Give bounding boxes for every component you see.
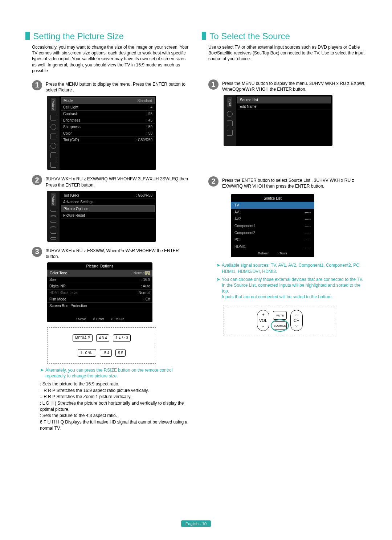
right-title: To Select the Source [209, 32, 290, 41]
left-heading: Setting the Picture Size [25, 32, 190, 41]
osd-source-list: Soutce List TV AV1----- AV2----- Compone… [231, 194, 314, 257]
note: ➤ You can choose only those external dev… [216, 277, 367, 300]
right-intro: Use to select TV or other external input… [208, 44, 367, 62]
osd-row: Contrast: 95 [61, 111, 155, 117]
heading-accent [202, 32, 206, 40]
osd-row: Digital NR: Auto [47, 283, 152, 290]
circle-icon [50, 215, 56, 217]
osd-row: Color Tone: Normaly [47, 270, 152, 277]
right-notes: ➤ Available signal sources: TV, AV1, AV2… [216, 262, 367, 300]
osd-row: Source List [237, 97, 331, 103]
heading-accent [25, 32, 30, 40]
src-row: AV2----- [231, 216, 314, 222]
osd-row: Cell Light: 4 [61, 104, 155, 111]
src-row: PC----- [231, 236, 314, 243]
left-step-3: 3 3UHVV WKH x RU z ESXWW, WhemPreWsR VHO… [32, 247, 190, 259]
app-icon [50, 237, 56, 239]
osd-title: Picture Options [47, 262, 152, 270]
chevron-up-icon: ︿ [295, 312, 299, 317]
size-spec-list: : Sets the picture to the 16:9 aspect ra… [40, 381, 190, 431]
osd-row: Brightness: 45 [61, 117, 155, 124]
note: ➤ Alternately, you can press the P.SIZE … [40, 367, 190, 379]
expand-icon: y [145, 271, 150, 275]
osd-row: Size: 16:9 [47, 277, 152, 283]
osd-picture-options: Picture Options Color Tone: Normaly Size… [47, 262, 152, 322]
osd-row: Tint (G/R): G50/R50 [61, 137, 155, 143]
left-step-1: 1 Press the MENU button to display the m… [32, 80, 190, 93]
plus-icon: ＋ [261, 312, 265, 317]
spec-line: : Sets the picture to the 16:9 aspect ra… [40, 381, 190, 387]
tools-hint: ⌂ Tools [277, 251, 287, 255]
spec-line: 6 F U H H Q Displays the full native HD … [40, 419, 190, 432]
col-right: To Select the Source Use to select TV or… [202, 32, 367, 432]
osd-footer: ↕ Move ⏎ Enter ↩ Return [47, 316, 152, 322]
src-row: TV [231, 202, 314, 209]
ch-label: CH [294, 318, 299, 323]
osd-row: Edit Name [237, 103, 331, 110]
speaker-icon [50, 134, 56, 139]
remote-diagram-source: ＋ VOL － MUTE SOURCE ︿ CH ﹀ [224, 305, 336, 336]
osd-input: Input Source List Edit Name [224, 95, 332, 146]
right-step2-text: Press the ENTER button to select Source … [222, 176, 367, 189]
note-arrow-icon: ➤ [216, 277, 220, 300]
spec-line: = R R P Stretches the Zoom 1 picture ver… [40, 394, 190, 400]
page-columns: Setting the Picture Size Occasionally, y… [25, 32, 367, 432]
chevron-down-icon: ﹀ [295, 324, 299, 329]
remote-button: 1 . 0 % . [78, 349, 96, 357]
right-step1-text: Press the MENU button to display the men… [222, 79, 367, 92]
right-step-1: 1 Press the MENU button to display the m… [208, 79, 367, 92]
left-notes: ➤ Alternately, you can press the P.SIZE … [40, 367, 190, 379]
left-title: Setting the Picture Size [33, 32, 123, 41]
step-badge-2: 2 [32, 175, 42, 185]
remote-button: MEDIA.P [73, 334, 93, 342]
src-row: Component1----- [231, 222, 314, 229]
osd-picture-1: Picture Mode:Standard Cell Light: 4 Cont… [47, 96, 156, 170]
ch-rocker-body: ︿ CH ﹀ [290, 310, 303, 331]
osd-row: Sharpness: 50 [61, 124, 155, 130]
source-button: SOURCE [273, 321, 287, 330]
src-row: AV1----- [231, 209, 314, 216]
note: ➤ Available signal sources: TV, AV1, AV2… [216, 262, 367, 274]
osd-row: Screen Burn Protection [47, 303, 152, 309]
right-step-2: 2 Press the ENTER button to select Sourc… [208, 176, 367, 189]
osd-row: Tint (G/R): G50/R50 [61, 192, 155, 199]
note-text: Alternately, you can press the P.SIZE bu… [45, 367, 190, 379]
gear-icon [50, 226, 56, 228]
gear-icon [227, 111, 233, 117]
app-icon [50, 162, 56, 168]
step-badge-2: 2 [208, 176, 219, 187]
refresh-hint: Refresh [258, 251, 270, 255]
ch-rocker: ︿ CH ﹀ [290, 310, 303, 331]
remote-button: 4 3 4 [96, 334, 109, 342]
note-text: You can choose only those external devic… [222, 277, 367, 300]
step-badge-1: 1 [208, 79, 219, 90]
mute-button: MUTE [273, 311, 287, 320]
osd-sidebar: Picture [47, 96, 60, 170]
osd-side-label: Input [227, 97, 232, 107]
step-badge-3: 3 [32, 247, 42, 257]
right-heading: To Select the Source [202, 32, 367, 41]
remote-button: 1 4 * : 3 [113, 334, 130, 342]
left-step-2: 2 3UHVV WKH x RU z EXWWRQ WR VHOHFW 3LFW… [32, 175, 190, 188]
page-footer: English - 10 [181, 520, 211, 527]
osd-row: Film Mode: Off [47, 296, 152, 303]
src-row: Component2----- [231, 229, 314, 236]
osd-footer: Refresh ⌂ Tools [231, 250, 314, 255]
tv-icon [50, 115, 56, 120]
input-icon [50, 232, 56, 234]
vol-rocker-body: ＋ VOL － [257, 310, 269, 331]
osd-sidebar: Picture [47, 191, 60, 242]
circle-icon [50, 124, 56, 130]
osd-body: Tint (G/R): G50/R50 Advanced Settings Pi… [60, 191, 156, 242]
col-left: Setting the Picture Size Occasionally, y… [25, 32, 190, 432]
step-badge-1: 1 [32, 80, 42, 90]
spec-line: = R R P Stretches the 16:9 aspect ratio … [40, 388, 190, 394]
osd-row: HDMI Black Level: Normal [47, 290, 152, 296]
left-step2-text: 3UHVV WKH x RU z EXWWRQ WR VHOHFW 3LFWXU… [46, 175, 190, 188]
osd-title: Soutce List [231, 196, 314, 202]
osd-row: Color: 50 [61, 130, 155, 137]
osd-side-label: Picture [51, 193, 56, 206]
highlight-circle [271, 319, 289, 332]
vol-label: VOL [259, 318, 267, 323]
left-step1-text: Press the MENU button to display the men… [46, 80, 190, 93]
